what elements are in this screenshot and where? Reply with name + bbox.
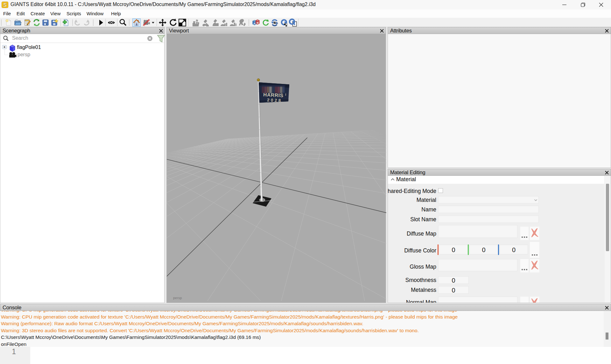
svg-text:persp: persp <box>173 296 182 300</box>
svg-text:B: B <box>256 21 258 24</box>
svg-text:HARRIS: HARRIS <box>263 92 284 98</box>
svg-text:i: i <box>285 93 286 96</box>
svg-text:A: A <box>253 22 255 25</box>
